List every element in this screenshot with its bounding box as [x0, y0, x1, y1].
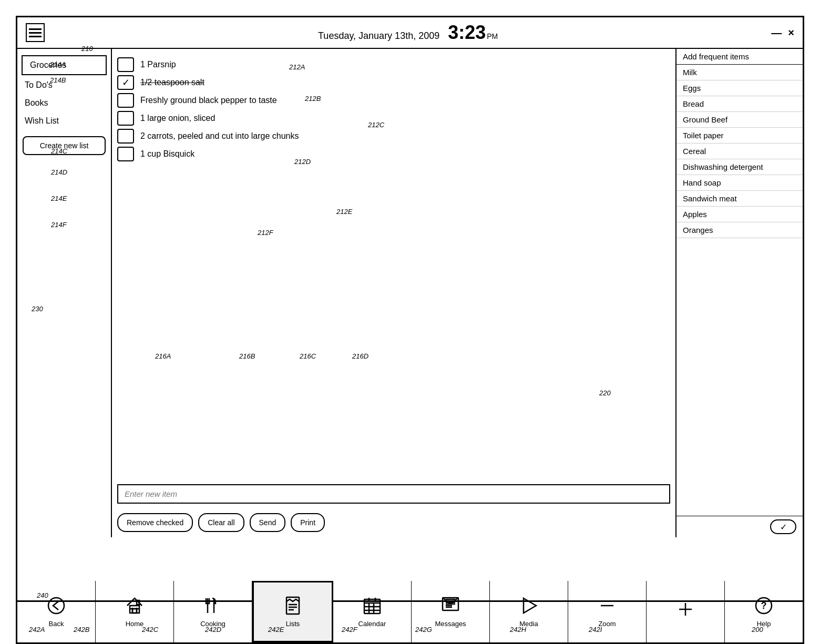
frequent-item-bread[interactable]: Bread	[676, 96, 803, 112]
taskbar-label-messages: Messages	[435, 620, 466, 628]
minimize-button[interactable]: —	[771, 27, 782, 39]
taskbar-item-zoom-minus[interactable]: Zoom	[568, 581, 647, 642]
header-controls: — ×	[771, 27, 794, 39]
action-buttons: Remove checked Clear all Send Print	[117, 513, 670, 532]
device-frame: Tuesday, January 13th, 2009 3:23 PM — × …	[16, 16, 804, 602]
svg-marker-30	[524, 598, 536, 613]
checkmark-icon: ✓	[122, 77, 130, 88]
sidebar: Groceries To Do's Books Wish List Create…	[17, 49, 112, 537]
cooking-icon	[203, 596, 222, 618]
calendar-icon	[363, 596, 382, 618]
svg-point-0	[48, 598, 64, 614]
checkbox-item1[interactable]	[117, 57, 134, 72]
svg-text:?: ?	[761, 600, 767, 611]
frequent-item-apples[interactable]: Apples	[676, 207, 803, 222]
zoom-plus-icon	[676, 600, 695, 621]
back-icon	[47, 596, 66, 618]
list-item-row: 1 large onion, sliced	[117, 111, 670, 126]
print-button[interactable]: Print	[291, 513, 325, 532]
list-item-row: 2 carrots, peeled and cut into large chu…	[117, 129, 670, 144]
new-item-input[interactable]	[117, 484, 670, 504]
frequent-items-footer: ✓	[676, 516, 803, 537]
messages-icon	[441, 596, 460, 618]
item-text-2: 1/2 teaspoon salt	[140, 78, 204, 87]
taskbar-label-media: Media	[519, 620, 538, 628]
frequent-item-oranges[interactable]: Oranges	[676, 222, 803, 238]
taskbar-label-calendar: Calendar	[358, 620, 386, 628]
taskbar-item-back[interactable]: Back	[17, 581, 96, 642]
checkbox-item6[interactable]	[117, 147, 134, 161]
remove-checked-button[interactable]: Remove checked	[117, 513, 193, 532]
frequent-item-dishwashing[interactable]: Dishwashing detergent	[676, 159, 803, 175]
home-icon	[125, 596, 144, 618]
zoom-minus-icon	[598, 596, 617, 618]
frequent-items-list: Milk Eggs Bread Ground Beef Toilet paper…	[676, 65, 803, 516]
right-panel: Add frequent items Milk Eggs Bread Groun…	[676, 49, 803, 537]
item-text-1: 1 Parsnip	[140, 60, 176, 69]
close-button[interactable]: ×	[788, 27, 794, 39]
frequent-item-sandwich-meat[interactable]: Sandwich meat	[676, 191, 803, 207]
list-items-area: 1 Parsnip ✓ 1/2 teaspoon salt Freshly gr…	[117, 54, 670, 479]
header-datetime: Tuesday, January 13th, 2009 3:23 PM	[318, 22, 498, 44]
sidebar-item-groceries[interactable]: Groceries	[22, 55, 107, 75]
frequent-item-toilet-paper[interactable]: Toilet paper	[676, 128, 803, 144]
frequent-item-cereal[interactable]: Cereal	[676, 144, 803, 159]
main-content: Groceries To Do's Books Wish List Create…	[17, 49, 803, 537]
taskbar-item-cooking[interactable]: Cooking	[174, 581, 252, 642]
header-ampm: PM	[487, 32, 498, 40]
center-panel: 1 Parsnip ✓ 1/2 teaspoon salt Freshly gr…	[112, 49, 676, 537]
menu-icon-line1	[29, 28, 42, 30]
help-icon: ?	[754, 596, 773, 618]
menu-icon-line2	[29, 32, 42, 34]
lists-icon	[283, 596, 302, 618]
frequent-item-milk[interactable]: Milk	[676, 65, 803, 80]
frequent-item-hand-soap[interactable]: Hand soap	[676, 175, 803, 191]
checkbox-item2[interactable]: ✓	[117, 75, 134, 90]
header-bar: Tuesday, January 13th, 2009 3:23 PM — ×	[17, 17, 803, 49]
sidebar-item-books[interactable]: Books	[17, 94, 111, 112]
taskbar-label-back: Back	[49, 620, 64, 628]
frequent-item-eggs[interactable]: Eggs	[676, 80, 803, 96]
header-time: 3:23	[448, 22, 486, 44]
taskbar-item-help[interactable]: ? Help	[725, 581, 803, 642]
checkbox-item5[interactable]	[117, 129, 134, 144]
list-item-row: 1 Parsnip	[117, 57, 670, 72]
menu-icon-line3	[29, 36, 42, 37]
header-date: Tuesday, January 13th, 2009	[318, 30, 439, 42]
taskbar-label-lists: Lists	[286, 620, 300, 628]
send-button[interactable]: Send	[250, 513, 286, 532]
taskbar-label-help: Help	[757, 620, 771, 628]
taskbar: Back Home	[16, 581, 804, 644]
item-text-4: 1 large onion, sliced	[140, 114, 215, 123]
taskbar-label-cooking: Cooking	[200, 620, 226, 628]
list-item-row: 1 cup Bisquick	[117, 147, 670, 161]
taskbar-item-messages[interactable]: Messages	[412, 581, 490, 642]
checkbox-item3[interactable]	[117, 93, 134, 108]
item-text-3: Freshly ground black pepper to taste	[140, 96, 277, 105]
create-new-list-button[interactable]: Create new list	[23, 136, 106, 155]
item-text-6: 1 cup Bisquick	[140, 149, 194, 159]
frequent-item-ground-beef[interactable]: Ground Beef	[676, 112, 803, 128]
taskbar-item-media[interactable]: Media	[490, 581, 568, 642]
taskbar-item-lists[interactable]: Lists	[252, 581, 333, 642]
frequent-items-header: Add frequent items	[676, 49, 803, 65]
checkbox-item4[interactable]	[117, 111, 134, 126]
taskbar-item-home[interactable]: Home	[96, 581, 174, 642]
taskbar-label-zoom: Zoom	[598, 620, 616, 628]
confirm-checkmark-icon: ✓	[780, 522, 787, 532]
list-item-row: Freshly ground black pepper to taste	[117, 93, 670, 108]
item-text-5: 2 carrots, peeled and cut into large chu…	[140, 131, 299, 141]
clear-all-button[interactable]: Clear all	[198, 513, 244, 532]
frequent-items-confirm-button[interactable]: ✓	[770, 519, 796, 534]
sidebar-item-todos[interactable]: To Do's	[17, 76, 111, 94]
menu-icon[interactable]	[26, 23, 45, 42]
taskbar-label-home: Home	[126, 620, 144, 628]
sidebar-item-wishlist[interactable]: Wish List	[17, 112, 111, 130]
taskbar-item-zoom-plus[interactable]	[647, 581, 725, 642]
taskbar-item-calendar[interactable]: Calendar	[333, 581, 412, 642]
media-icon	[519, 596, 538, 618]
list-item-row: ✓ 1/2 teaspoon salt	[117, 75, 670, 90]
header-left	[26, 23, 45, 42]
